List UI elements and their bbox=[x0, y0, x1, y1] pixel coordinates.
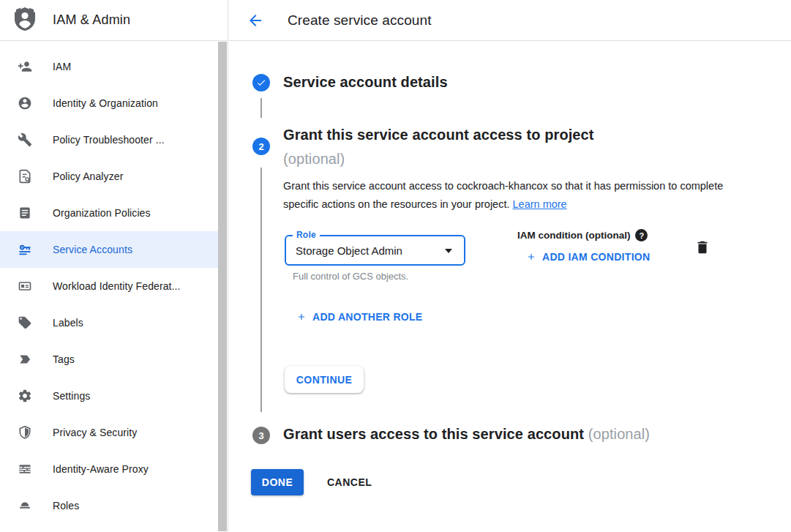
check-icon bbox=[256, 78, 266, 88]
step3-number: 3 bbox=[258, 430, 263, 441]
continue-button[interactable]: CONTINUE bbox=[285, 366, 364, 393]
sidebar-item-label: Workload Identity Federat... bbox=[53, 280, 181, 292]
sidebar-item-label: Privacy & Security bbox=[53, 427, 137, 438]
sidebar-item-label: Labels bbox=[53, 317, 83, 329]
learn-more-link[interactable]: Learn more bbox=[513, 198, 567, 210]
sidebar: IAM & Admin IAM Identity & Organization … bbox=[0, 0, 228, 532]
sidebar-item-policy-analyzer[interactable]: Policy Analyzer bbox=[0, 158, 219, 195]
done-button[interactable]: DONE bbox=[251, 469, 304, 495]
plus-icon bbox=[296, 312, 307, 322]
back-button[interactable] bbox=[247, 12, 264, 29]
step2-description-text: Grant this service account access to coc… bbox=[283, 180, 723, 210]
sidebar-item-label: Service Accounts bbox=[53, 244, 132, 255]
delete-role-button[interactable] bbox=[694, 239, 711, 256]
sidebar-item-label: Settings bbox=[53, 390, 90, 402]
iam-condition-label-text: IAM condition (optional) bbox=[517, 230, 630, 241]
step1-title[interactable]: Service account details bbox=[283, 74, 448, 91]
account-circle-icon bbox=[18, 96, 32, 110]
step2-title-text: Grant this service account access to pro… bbox=[283, 127, 594, 143]
back-arrow-icon bbox=[247, 12, 264, 29]
product-title: IAM & Admin bbox=[53, 12, 130, 28]
plus-icon bbox=[526, 252, 536, 262]
step-connector bbox=[260, 98, 262, 118]
sidebar-item-identity-organization[interactable]: Identity & Organization bbox=[0, 85, 219, 121]
document-search-icon bbox=[18, 169, 32, 184]
sidebar-item-tags[interactable]: Tags bbox=[0, 341, 219, 378]
iam-admin-logo-icon bbox=[15, 7, 35, 34]
hat-icon bbox=[18, 498, 32, 513]
add-iam-condition-label: ADD IAM CONDITION bbox=[542, 251, 650, 263]
sidebar-item-roles[interactable]: Roles bbox=[0, 487, 219, 524]
sidebar-item-label: IAM bbox=[53, 61, 71, 72]
sidebar-item-privacy-security[interactable]: Privacy & Security bbox=[0, 414, 219, 451]
sidebar-item-settings[interactable]: Settings bbox=[0, 378, 219, 414]
sidebar-item-iam[interactable]: IAM bbox=[0, 48, 219, 85]
step1-completed-icon bbox=[252, 74, 270, 91]
page-header: Create service account bbox=[229, 0, 791, 41]
step2-optional-label: (optional) bbox=[283, 151, 345, 167]
sidebar-item-workload-identity-federation[interactable]: Workload Identity Federat... bbox=[0, 268, 219, 304]
step3-title-text: Grant users access to this service accou… bbox=[283, 426, 584, 442]
step2-number: 2 bbox=[258, 141, 263, 152]
create-service-account-form: Service account details 2 Grant this ser… bbox=[228, 41, 791, 532]
shield-half-icon bbox=[18, 425, 32, 440]
sidebar-scrollbar[interactable] bbox=[218, 42, 227, 531]
role-select[interactable]: Role Storage Object Admin bbox=[285, 235, 465, 266]
cancel-button[interactable]: CANCEL bbox=[327, 469, 372, 495]
sidebar-item-label: Organization Policies bbox=[53, 207, 151, 219]
step2-title[interactable]: Grant this service account access to pro… bbox=[283, 123, 594, 171]
proxy-icon bbox=[18, 462, 32, 476]
card-icon bbox=[18, 279, 32, 293]
step3-optional-label: (optional) bbox=[584, 426, 650, 442]
step3-number-badge: 3 bbox=[252, 427, 270, 444]
sidebar-header: IAM & Admin bbox=[0, 0, 228, 41]
role-select-value: Storage Object Admin bbox=[296, 244, 402, 257]
person-add-icon bbox=[18, 59, 32, 74]
sidebar-item-label: Identity & Organization bbox=[53, 97, 158, 109]
label-tag-icon bbox=[18, 315, 32, 330]
sidebar-item-label: Tags bbox=[53, 353, 75, 365]
sidebar-item-policy-troubleshooter[interactable]: Policy Troubleshooter ... bbox=[0, 121, 219, 158]
service-account-key-icon bbox=[18, 242, 32, 257]
role-select-label: Role bbox=[293, 230, 320, 240]
tag-arrow-icon bbox=[18, 352, 32, 367]
wrench-icon bbox=[18, 132, 32, 147]
step3-title[interactable]: Grant users access to this service accou… bbox=[283, 426, 650, 443]
add-another-role-button[interactable]: ADD ANOTHER ROLE bbox=[296, 311, 423, 323]
sidebar-item-label: Roles bbox=[53, 500, 79, 512]
dropdown-caret-icon bbox=[445, 249, 452, 253]
step2-description: Grant this service account access to coc… bbox=[283, 177, 725, 214]
role-helper-text: Full control of GCS objects. bbox=[293, 271, 408, 282]
step-connector bbox=[260, 168, 262, 412]
add-iam-condition-button[interactable]: ADD IAM CONDITION bbox=[526, 251, 650, 263]
iam-condition-label: IAM condition (optional) ? bbox=[517, 229, 648, 241]
sidebar-item-identity-aware-proxy[interactable]: Identity-Aware Proxy bbox=[0, 451, 219, 487]
sidebar-item-organization-policies[interactable]: Organization Policies bbox=[0, 195, 219, 231]
page-title: Create service account bbox=[288, 12, 432, 29]
help-icon[interactable]: ? bbox=[635, 229, 648, 241]
step2-number-badge: 2 bbox=[252, 138, 270, 155]
sidebar-nav: IAM Identity & Organization Policy Troub… bbox=[0, 41, 228, 524]
sidebar-item-label: Policy Analyzer bbox=[53, 171, 123, 182]
sidebar-item-labels[interactable]: Labels bbox=[0, 304, 219, 341]
sidebar-item-service-accounts[interactable]: Service Accounts bbox=[0, 231, 219, 268]
sidebar-item-label: Policy Troubleshooter ... bbox=[53, 134, 165, 146]
trash-icon bbox=[694, 239, 711, 256]
sidebar-item-label: Identity-Aware Proxy bbox=[53, 463, 149, 475]
add-another-role-label: ADD ANOTHER ROLE bbox=[312, 311, 423, 323]
gear-icon bbox=[18, 389, 32, 403]
document-icon bbox=[18, 206, 32, 220]
